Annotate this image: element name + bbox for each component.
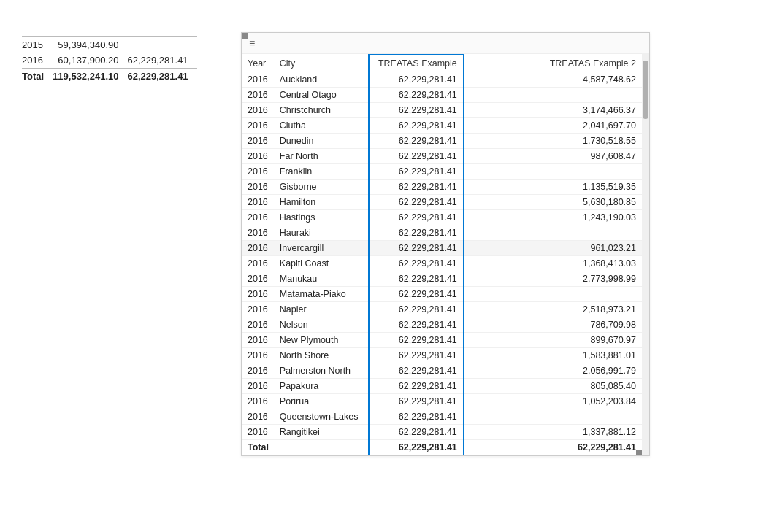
right-treatas: 62,229,281.41 [369,103,464,118]
right-treatas2: 1,052,203.84 [464,394,642,409]
right-city: Hauraki [274,225,369,241]
right-table-row: 2016 Far North 62,229,281.41 987,608.47 [242,149,642,164]
right-treatas2: 1,730,518.55 [464,134,642,149]
left-total-label: Total [22,69,53,85]
right-year: 2016 [242,379,274,394]
right-city: Central Otago [274,88,369,103]
right-treatas: 62,229,281.41 [369,394,464,409]
right-treatas2: 899,670.97 [464,333,642,348]
right-year: 2016 [242,363,274,379]
right-table-row: 2016 Clutha 62,229,281.41 2,041,697.70 [242,118,642,134]
right-treatas2: 1,135,519.35 [464,180,642,195]
right-treatas: 62,229,281.41 [369,88,464,103]
right-treatas: 62,229,281.41 [369,225,464,241]
panel-toolbar: ≡ [242,33,649,54]
right-treatas2 [464,287,642,302]
right-table-row: 2016 Dunedin 62,229,281.41 1,730,518.55 [242,134,642,149]
right-total-treatas: 62,229,281.41 [369,440,464,455]
left-table: 2015 59,394,340.90 2016 60,137,900.20 62… [22,32,197,84]
right-city: Auckland [274,72,369,88]
scroll-thumb[interactable] [643,61,648,119]
left-treatas: 62,229,281.41 [127,53,196,69]
right-treatas2 [464,88,642,103]
right-treatas2 [464,225,642,241]
right-treatas: 62,229,281.41 [369,425,464,440]
right-total-treatas2: 62,229,281.41 [464,440,642,455]
right-year: 2016 [242,164,274,180]
content-area: 2015 59,394,340.90 2016 60,137,900.20 62… [22,32,755,456]
right-year: 2016 [242,271,274,287]
col-header-year: Year [242,55,274,72]
left-total-row: Total 119,532,241.10 62,229,281.41 [22,69,197,85]
right-table-row: 2016 Palmerston North 62,229,281.41 2,05… [242,363,642,379]
right-city: Hastings [274,210,369,225]
right-table-row: 2016 Gisborne 62,229,281.41 1,135,519.35 [242,180,642,195]
right-year: 2016 [242,118,274,134]
right-year: 2016 [242,333,274,348]
right-treatas2: 4,587,748.62 [464,72,642,88]
scrollbar[interactable] [642,53,649,455]
right-total-label: Total [242,440,369,455]
right-treatas2: 961,023.21 [464,241,642,256]
left-year: 2016 [22,53,53,69]
right-table-row: 2016 Hauraki 62,229,281.41 [242,225,642,241]
right-year: 2016 [242,287,274,302]
right-city: Porirua [274,394,369,409]
more-icon[interactable] [639,42,645,45]
right-treatas: 62,229,281.41 [369,72,464,88]
right-year: 2016 [242,225,274,241]
left-total-sales: 60,137,900.20 [53,53,127,69]
left-total-treatas: 62,229,281.41 [127,69,196,85]
right-table-row: 2016 Nelson 62,229,281.41 786,709.98 [242,317,642,333]
right-year: 2016 [242,302,274,317]
right-treatas2 [464,409,642,425]
left-total-sales-total: 119,532,241.10 [53,69,127,85]
right-treatas2: 2,518,973.21 [464,302,642,317]
right-treatas: 62,229,281.41 [369,271,464,287]
right-table-row: 2016 Porirua 62,229,281.41 1,052,203.84 [242,394,642,409]
right-city: Invercargill [274,241,369,256]
right-total-row: Total 62,229,281.41 62,229,281.41 [242,440,642,455]
right-table-row: 2016 Auckland 62,229,281.41 4,587,748.62 [242,72,642,88]
right-treatas: 62,229,281.41 [369,348,464,363]
right-city: Franklin [274,164,369,180]
right-treatas2: 987,608.47 [464,149,642,164]
col-header-treatas2: TREATAS Example 2 [464,55,642,72]
right-year: 2016 [242,241,274,256]
right-table-row: 2016 Invercargill 62,229,281.41 961,023.… [242,241,642,256]
table-wrapper: Year City TREATAS Example TREATAS Exampl… [242,54,649,455]
right-city: Papakura [274,379,369,394]
right-city: Rangitikei [274,425,369,440]
right-city: Christchurch [274,103,369,118]
right-table-row: 2016 Kapiti Coast 62,229,281.41 1,368,41… [242,256,642,271]
right-treatas2: 5,630,180.85 [464,195,642,210]
right-city: Manukau [274,271,369,287]
resize-handle-topleft[interactable] [242,33,248,39]
right-city: Gisborne [274,180,369,195]
right-treatas2: 3,174,466.37 [464,103,642,118]
right-city: Clutha [274,118,369,134]
right-table-row: 2016 Matamata-Piako 62,229,281.41 [242,287,642,302]
right-year: 2016 [242,394,274,409]
right-treatas2: 1,337,881.12 [464,425,642,440]
expand-icon[interactable] [629,42,635,45]
right-treatas: 62,229,281.41 [369,164,464,180]
right-year: 2016 [242,103,274,118]
drag-handle-icon: ≡ [246,36,258,50]
left-treatas [127,37,196,53]
right-year: 2016 [242,195,274,210]
right-year: 2016 [242,72,274,88]
right-city: Queenstown-Lakes [274,409,369,425]
left-table-row: 2016 60,137,900.20 62,229,281.41 [22,53,197,69]
right-table-row: 2016 Napier 62,229,281.41 2,518,973.21 [242,302,642,317]
resize-handle-bottomright[interactable] [636,450,642,455]
right-treatas2: 1,368,413.03 [464,256,642,271]
right-table-row: 2016 Queenstown-Lakes 62,229,281.41 [242,409,642,425]
right-treatas: 62,229,281.41 [369,118,464,134]
right-treatas: 62,229,281.41 [369,287,464,302]
right-city: Nelson [274,317,369,333]
right-treatas: 62,229,281.41 [369,363,464,379]
right-treatas: 62,229,281.41 [369,210,464,225]
right-treatas2: 805,085.40 [464,379,642,394]
right-treatas2: 2,773,998.99 [464,271,642,287]
